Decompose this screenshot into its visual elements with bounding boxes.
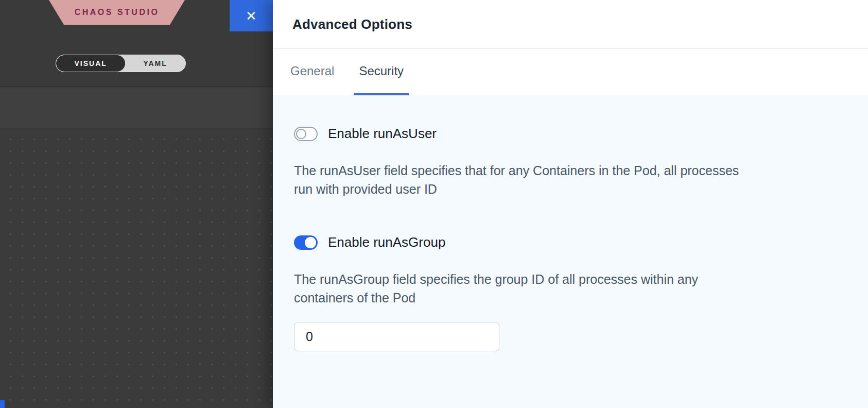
run-as-user-section: Enable runAsUser The runAsUser field spe… xyxy=(294,126,843,198)
close-icon: ✕ xyxy=(246,9,257,23)
tab-security[interactable]: Security xyxy=(354,49,409,95)
chaos-studio-background: CHAOS STUDIO VISUAL YAML ✕ xyxy=(0,0,273,408)
run-as-user-label: Enable runAsUser xyxy=(328,126,437,142)
run-as-group-label: Enable runAsGroup xyxy=(328,234,445,250)
run-as-group-section: Enable runAsGroup The runAsGroup field s… xyxy=(294,234,843,351)
drawer-header: Advanced Options xyxy=(273,0,868,49)
run-as-group-toggle-row: Enable runAsGroup xyxy=(294,234,843,250)
chaos-studio-banner: CHAOS STUDIO xyxy=(49,0,185,25)
visual-yaml-toggle[interactable]: VISUAL YAML xyxy=(56,55,186,72)
visual-toggle-option[interactable]: VISUAL xyxy=(56,55,125,72)
drawer-title: Advanced Options xyxy=(292,16,868,32)
docked-button-partial xyxy=(0,400,5,408)
close-drawer-button[interactable]: ✕ xyxy=(230,0,273,31)
chaos-studio-logo-text: CHAOS STUDIO xyxy=(75,8,160,17)
studio-header: CHAOS STUDIO VISUAL YAML ✕ xyxy=(0,0,273,87)
run-as-group-description: The runAsGroup field specifies the group… xyxy=(294,270,840,307)
run-as-user-description: The runAsUser field specifies that for a… xyxy=(294,161,840,198)
drawer-tabs: General Security xyxy=(273,49,868,95)
studio-toolbar xyxy=(0,88,273,128)
advanced-options-drawer: Advanced Options General Security Enable… xyxy=(273,0,868,408)
run-as-group-id-input[interactable] xyxy=(294,322,499,351)
toggle-knob xyxy=(305,237,316,248)
enable-run-as-group-toggle[interactable] xyxy=(294,235,318,250)
security-tab-content: Enable runAsUser The runAsUser field spe… xyxy=(273,95,868,408)
run-as-user-toggle-row: Enable runAsUser xyxy=(294,126,843,142)
yaml-toggle-option[interactable]: YAML xyxy=(125,55,185,72)
toggle-knob xyxy=(296,129,306,139)
enable-run-as-user-toggle[interactable] xyxy=(294,127,318,141)
pipeline-canvas xyxy=(0,129,273,408)
screen: CHAOS STUDIO VISUAL YAML ✕ Advanced Opti… xyxy=(0,0,868,408)
tab-general[interactable]: General xyxy=(285,49,339,95)
